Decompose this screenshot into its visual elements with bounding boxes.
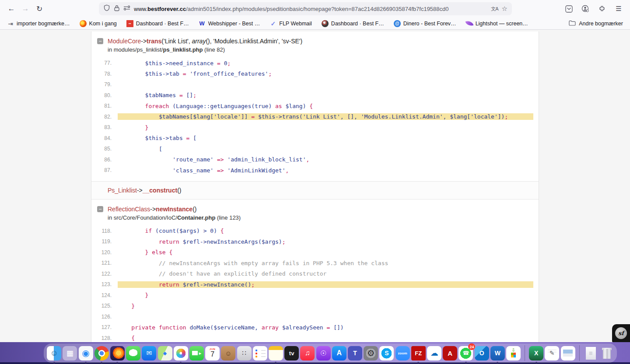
folder-icon — [569, 20, 576, 27]
line-number: 125. — [91, 303, 118, 309]
trace-method: newInstance — [156, 206, 192, 213]
dock-photos[interactable] — [174, 346, 188, 360]
bookmark-kom-i-gang[interactable]: Kom i gang — [80, 20, 117, 27]
textedit-icon: ✎ — [545, 346, 559, 360]
trace-class: ModuleCore — [108, 38, 141, 45]
dock-music[interactable]: ♫ — [300, 346, 315, 360]
forward-button[interactable]: → — [18, 3, 32, 15]
code-line: 125. } — [91, 301, 533, 312]
tv-icon: tv — [284, 346, 299, 360]
symfony-logo: sf — [615, 327, 627, 339]
running-indicator — [465, 362, 467, 364]
dock-launchpad[interactable]: ▦ — [63, 346, 77, 360]
dock-finder[interactable]: ☺ — [47, 346, 61, 360]
trace-file: ps_linklist.php — [163, 46, 203, 53]
dock-filezilla[interactable]: FZ — [411, 346, 426, 360]
menu-icon[interactable]: ☰ — [613, 4, 624, 14]
dock-word[interactable]: W — [490, 346, 505, 360]
running-indicator — [275, 362, 276, 364]
downloads-stack-icon: ≣ — [584, 346, 598, 360]
dock-textedit[interactable]: ✎ — [545, 346, 559, 360]
trace-method: __construct — [143, 187, 177, 194]
pocket-icon[interactable] — [564, 4, 574, 14]
dock-messages[interactable] — [126, 346, 140, 360]
dock-skype[interactable]: S — [379, 346, 394, 360]
bookmark-dashboard-best-f-1[interactable]: ••Dashboard · Best F… — [126, 20, 189, 27]
dock-teams[interactable]: T — [348, 346, 362, 360]
collapse-icon[interactable] — [97, 206, 103, 212]
system-settings-icon: ⚙ — [364, 346, 378, 360]
code-line: 121. // newInstanceArgs with empty array… — [91, 258, 533, 269]
url-bar[interactable]: www.bestforever.cc/admin5015/index.php/m… — [99, 2, 512, 15]
dock-whatsapp[interactable]: ☎24 — [458, 346, 473, 360]
dock-firefox[interactable] — [110, 346, 125, 360]
running-indicator — [116, 362, 118, 364]
code-line: 118. if (count($args) > 0) { — [91, 226, 533, 237]
line-number: 119. — [91, 238, 118, 245]
url-text[interactable]: www.bestforever.cc/admin5015/index.php/m… — [134, 6, 487, 12]
acrobat-icon: A — [443, 346, 457, 360]
dock-onedrive[interactable]: ☁ — [427, 346, 441, 360]
facetime-icon: ▸ — [189, 346, 204, 360]
line-number: 84. — [91, 135, 118, 141]
bookmark-flp-webmail[interactable]: ✓FLP Webmail — [270, 20, 312, 27]
dock-app-store[interactable]: A — [332, 346, 346, 360]
bookmark-dinero[interactable]: @Dinero - Best Forev… — [394, 20, 456, 27]
dock-reminders[interactable] — [253, 346, 267, 360]
app-store-icon: A — [332, 346, 346, 360]
dock-downloads-stack[interactable]: ≣ — [584, 346, 598, 360]
dock-trash[interactable] — [599, 346, 614, 360]
trace-class: Ps_Linklist — [108, 187, 137, 194]
extensions-icon[interactable] — [597, 4, 607, 14]
trace-args: () — [177, 187, 181, 194]
bookmark-star-icon[interactable]: ☆ — [502, 5, 508, 13]
line-number: 80. — [91, 92, 118, 98]
dock-safari[interactable]: ◉ — [78, 346, 93, 360]
dock-system-settings[interactable]: ⚙ — [364, 346, 378, 360]
bookmark-webshipper[interactable]: WWebshipper - Best … — [199, 20, 260, 27]
dock-outlook[interactable]: O — [474, 346, 489, 360]
trace-file: Container.php — [177, 214, 215, 221]
other-bookmarks-button[interactable]: Andre bogmærker — [569, 20, 623, 27]
dock-calendar[interactable]: JUN7 — [205, 346, 220, 360]
lock-icon[interactable] — [114, 5, 120, 13]
dock-contacts[interactable]: ☺ — [221, 346, 235, 360]
line-number: 120. — [91, 249, 118, 256]
dock-facetime[interactable]: ▸ — [189, 346, 204, 360]
dock-ms-autoupdate[interactable]: ⇩ — [506, 346, 521, 360]
dock-acrobat[interactable]: A — [443, 346, 457, 360]
code-excerpt: 77. $this->need_instance = 0;78. $this->… — [91, 54, 539, 181]
trace-location: in src/Core/Foundation/IoC/Container.php… — [108, 214, 241, 222]
chrome-icon — [94, 346, 109, 360]
firefox-icon — [110, 346, 125, 360]
dock-chrome[interactable] — [94, 346, 109, 360]
dock-preview[interactable] — [561, 346, 575, 360]
dock-tv[interactable]: tv — [284, 346, 299, 360]
dock-notes[interactable] — [269, 346, 283, 360]
dock-zoom[interactable]: zoom — [395, 346, 410, 360]
dock-maps[interactable]: ◆ — [158, 346, 172, 360]
permissions-icon[interactable] — [123, 5, 130, 13]
line-number: 127. — [91, 324, 118, 330]
dock-podcasts[interactable]: ☉ — [316, 346, 330, 360]
code-line-highlighted: 82. $tabNames[$lang['locale']] = $this->… — [91, 112, 533, 122]
back-button[interactable]: ← — [4, 3, 18, 15]
symfony-toolbar-button[interactable]: sf — [612, 324, 630, 342]
shield-icon[interactable] — [103, 4, 110, 13]
dock-mail[interactable]: ✉ — [142, 346, 156, 360]
url-path: /admin5015/index.php/modules/pseditionba… — [186, 6, 448, 12]
bookmark-lightshot[interactable]: Lightshot — screen… — [466, 21, 528, 27]
dock-calculator[interactable]: ∷ — [237, 346, 251, 360]
line-number: 122. — [91, 271, 118, 277]
code-line: 83. } — [91, 122, 533, 133]
bookmark-dashboard-best-f-2[interactable]: Dashboard · Best F… — [322, 20, 384, 27]
collapse-icon[interactable] — [97, 38, 103, 44]
reload-button[interactable]: ↻ — [32, 3, 46, 15]
translate-icon[interactable]: 文A — [491, 6, 498, 12]
bookmark-label: Webshipper - Best … — [208, 21, 260, 27]
bookmark-label: Dashboard · Best F… — [331, 21, 384, 27]
url-prefix: www. — [134, 6, 147, 12]
dock-excel[interactable]: X — [529, 346, 543, 360]
account-icon[interactable] — [580, 4, 591, 14]
bookmark-import-bookmarks[interactable]: ⇥importer bogmærke… — [7, 20, 70, 27]
